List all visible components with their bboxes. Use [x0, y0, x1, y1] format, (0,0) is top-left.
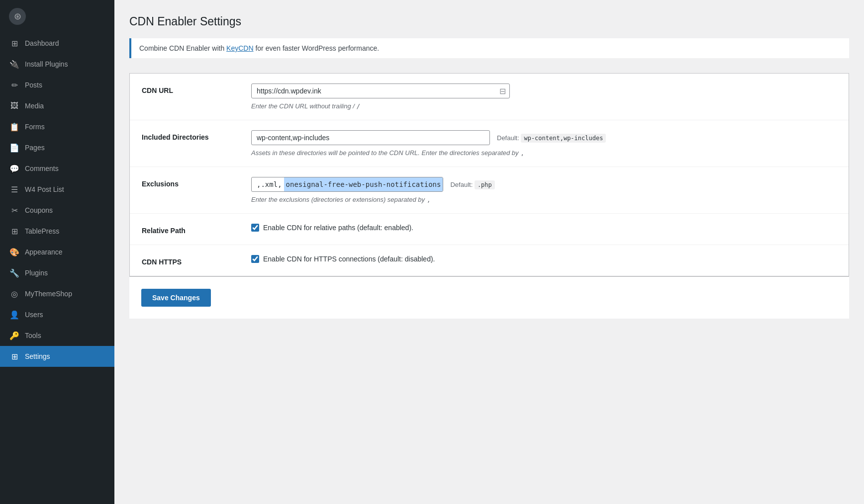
exclusions-input-wrapper[interactable]: ,.xml, onesignal-free-web-push-notificat… — [251, 177, 443, 192]
sidebar-item-appearance[interactable]: 🎨 Appearance — [0, 242, 114, 262]
exclusions-highlighted: onesignal-free-web-push-notifications — [284, 177, 443, 191]
sidebar-item-media[interactable]: 🖼 Media — [0, 95, 114, 116]
sidebar-item-label: W4 Post List — [25, 185, 64, 193]
pages-icon: 📄 — [9, 142, 20, 153]
relative-path-control: Enable CDN for relative paths (default: … — [251, 224, 837, 232]
sidebar-item-tools[interactable]: 🔑 Tools — [0, 325, 114, 346]
exclusions-control: ,.xml, onesignal-free-web-push-notificat… — [251, 177, 837, 203]
sidebar-item-label: Appearance — [25, 248, 63, 256]
sidebar-item-users[interactable]: 👤 Users — [0, 304, 114, 325]
exclusions-row: Exclusions ,.xml, onesignal-free-web-pus… — [130, 167, 849, 214]
media-icon: 🖼 — [9, 100, 20, 111]
cdn-url-control: ⊟ Enter the CDN URL without trailing / / — [251, 84, 837, 110]
plugins-icon: 🔧 — [9, 267, 20, 278]
tools-icon: 🔑 — [9, 330, 20, 341]
included-directories-label: Included Directories — [142, 130, 241, 141]
page-title: CDN Enabler Settings — [129, 15, 849, 28]
sidebar-item-label: Install Plugins — [25, 60, 68, 68]
cdn-url-input[interactable] — [251, 84, 510, 98]
sidebar-item-label: MyThemeShop — [25, 290, 72, 298]
relative-path-checkbox-row: Enable CDN for relative paths (default: … — [251, 224, 837, 232]
sidebar-item-label: Media — [25, 102, 44, 110]
relative-path-checkbox[interactable] — [251, 224, 259, 232]
cdn-url-hint: Enter the CDN URL without trailing / / — [251, 102, 837, 110]
sidebar-item-label: Forms — [25, 123, 45, 131]
included-directories-control: Default: wp-content,wp-includes Assets i… — [251, 130, 837, 157]
included-directories-row: Included Directories Default: wp-content… — [130, 120, 849, 167]
included-directories-default: Default: wp-content,wp-includes — [497, 134, 606, 142]
sidebar-item-install-plugins[interactable]: 🔌 Install Plugins — [0, 54, 114, 75]
save-button[interactable]: Save Changes — [141, 289, 211, 307]
sidebar: ⊛ ⊞ Dashboard 🔌 Install Plugins ✏ Posts … — [0, 0, 114, 504]
sidebar-item-label: Plugins — [25, 269, 48, 277]
mythemeshop-icon: ◎ — [9, 288, 20, 299]
relative-path-row: Relative Path Enable CDN for relative pa… — [130, 214, 849, 245]
settings-icon: ⊞ — [9, 351, 20, 362]
plugins-icon: 🔌 — [9, 59, 20, 70]
cdn-https-label: CDN HTTPS — [142, 255, 241, 266]
sidebar-item-posts[interactable]: ✏ Posts — [0, 75, 114, 95]
dashboard-icon: ⊞ — [9, 38, 20, 49]
exclusions-hint: Enter the exclusions (directories or ext… — [251, 196, 837, 203]
cdn-https-row: CDN HTTPS Enable CDN for HTTPS connectio… — [130, 245, 849, 276]
tablepress-icon: ⊞ — [9, 226, 20, 237]
cdn-https-checkbox[interactable] — [251, 255, 259, 263]
cdn-url-label: CDN URL — [142, 84, 241, 94]
sidebar-item-label: Users — [25, 311, 43, 319]
sidebar-item-label: Pages — [25, 144, 45, 152]
exclusions-default: Default: .php — [450, 181, 494, 188]
sidebar-item-forms[interactable]: 📋 Forms — [0, 116, 114, 137]
sidebar-item-label: Coupons — [25, 206, 53, 214]
keycdn-link[interactable]: KeyCDN — [226, 44, 253, 52]
forms-icon: 📋 — [9, 121, 20, 132]
sidebar-item-comments[interactable]: 💬 Comments — [0, 158, 114, 179]
appearance-icon: 🎨 — [9, 247, 20, 257]
sidebar-item-label: Dashboard — [25, 39, 59, 47]
sidebar-item-label: Tools — [25, 332, 41, 339]
relative-path-checkbox-label[interactable]: Enable CDN for relative paths (default: … — [263, 224, 413, 232]
sidebar-item-pages[interactable]: 📄 Pages — [0, 137, 114, 158]
cdn-https-checkbox-label[interactable]: Enable CDN for HTTPS connections (defaul… — [263, 255, 435, 263]
info-text-after: for even faster WordPress performance. — [254, 44, 380, 52]
exclusions-prefix: ,.xml, — [252, 177, 284, 191]
cdn-https-checkbox-row: Enable CDN for HTTPS connections (defaul… — [251, 255, 837, 263]
sidebar-item-dashboard[interactable]: ⊞ Dashboard — [0, 33, 114, 54]
sidebar-item-label: TablePress — [25, 227, 59, 235]
info-text-before: Combine CDN Enabler with — [139, 44, 226, 52]
sidebar-item-label: Posts — [25, 81, 42, 89]
copy-icon: ⊟ — [499, 86, 506, 96]
sidebar-item-w4-post-list[interactable]: ☰ W4 Post List — [0, 179, 114, 200]
sidebar-item-settings[interactable]: ⊞ Settings — [0, 346, 114, 367]
sidebar-item-label: Comments — [25, 165, 59, 172]
save-section: Save Changes — [129, 276, 849, 319]
users-icon: 👤 — [9, 309, 20, 320]
settings-form: CDN URL ⊟ Enter the CDN URL without trai… — [129, 73, 849, 276]
relative-path-label: Relative Path — [142, 224, 241, 235]
sidebar-item-mythemeshop[interactable]: ◎ MyThemeShop — [0, 283, 114, 304]
sidebar-item-tablepress[interactable]: ⊞ TablePress — [0, 221, 114, 242]
sidebar-item-coupons[interactable]: ✂ Coupons — [0, 200, 114, 221]
exclusions-label: Exclusions — [142, 177, 241, 188]
included-directories-input[interactable] — [251, 130, 490, 145]
main-content: CDN Enabler Settings Combine CDN Enabler… — [114, 0, 864, 504]
sidebar-logo: ⊛ — [0, 0, 114, 33]
sidebar-item-plugins[interactable]: 🔧 Plugins — [0, 262, 114, 283]
included-directories-hint: Assets in these directories will be poin… — [251, 149, 837, 157]
cdn-url-row: CDN URL ⊟ Enter the CDN URL without trai… — [130, 74, 849, 120]
cdn-url-input-wrapper: ⊟ — [251, 84, 510, 98]
cdn-https-control: Enable CDN for HTTPS connections (defaul… — [251, 255, 837, 263]
w4-icon: ☰ — [9, 184, 20, 195]
info-bar: Combine CDN Enabler with KeyCDN for even… — [129, 38, 849, 58]
posts-icon: ✏ — [9, 80, 20, 90]
exclusions-input-row: ,.xml, onesignal-free-web-push-notificat… — [251, 177, 699, 192]
coupons-icon: ✂ — [9, 205, 20, 216]
sidebar-item-label: Settings — [25, 352, 50, 360]
comments-icon: 💬 — [9, 163, 20, 174]
included-directories-input-row: Default: wp-content,wp-includes — [251, 130, 699, 145]
wordpress-logo-icon: ⊛ — [9, 8, 26, 25]
